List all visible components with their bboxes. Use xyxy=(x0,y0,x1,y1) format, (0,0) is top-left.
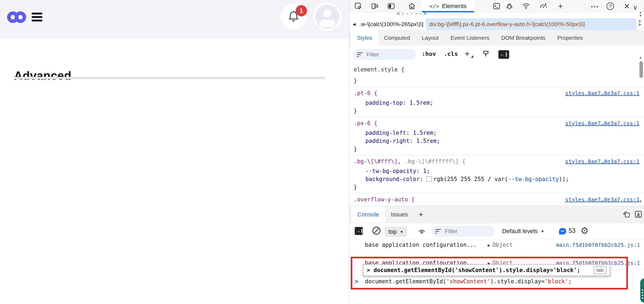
styles-filter-input[interactable] xyxy=(366,51,402,58)
breadcrumb-item-current[interactable]: div.bg-\[\#fff\].px-6.pt-6.overflow-y-au… xyxy=(426,18,636,30)
css-rule-overflow-y-auto[interactable]: .overflow-y-auto { styles.8ae7…8e3a7.css… xyxy=(349,193,644,205)
avatar-body xyxy=(320,20,335,27)
performance-gauge-icon[interactable] xyxy=(539,2,548,10)
page-title: Advanced xyxy=(14,69,71,82)
pseudo-state-toggle[interactable]: :hov xyxy=(422,50,436,57)
messages-bubble-icon[interactable] xyxy=(559,228,566,234)
caret-down-icon: ▼ xyxy=(400,230,404,234)
css-variable-link[interactable]: --tw-bg-opacity xyxy=(508,176,559,182)
stylesheet-link[interactable]: styles.8ae7…8e3a7.css:1 xyxy=(565,196,639,204)
tab-computed[interactable]: Computed xyxy=(378,30,416,46)
new-style-rule-icon[interactable]: + xyxy=(465,49,470,59)
css-rule-element-style[interactable]: element.style { } xyxy=(349,63,644,87)
execution-context-select[interactable]: top ▼ xyxy=(385,227,407,237)
styles-sidebar-tabs: Styles Computed Layout Event Listeners D… xyxy=(349,30,644,46)
stylesheet-link[interactable]: styles.8ae7…8e3a7.css:1 xyxy=(565,119,639,127)
filter-icon xyxy=(357,52,363,57)
styles-scroll-up-icon[interactable]: ▲ xyxy=(639,56,642,59)
elements-breadcrumb: ◀ .w-\[calc\(100\%-265px\)\] div.bg-\[\#… xyxy=(349,18,644,30)
device-toolbar-icon[interactable] xyxy=(370,2,379,10)
styles-filter-pill xyxy=(353,49,416,60)
app-header: 1 xyxy=(0,0,349,39)
css-rule-px-6[interactable]: .px-6 { styles.8ae7…8e3a7.css:1 padding-… xyxy=(349,117,644,155)
title-divider xyxy=(14,77,326,79)
live-expression-eye-icon[interactable] xyxy=(417,227,426,236)
stylesheet-link[interactable]: styles.8ae7…8e3a7.css:1 xyxy=(565,89,639,97)
breadcrumb-item-prev[interactable]: .w-\[calc\(100\%-265px\)\] xyxy=(359,18,426,30)
breadcrumb-back-icon[interactable]: ◀ xyxy=(349,18,359,30)
object-expander[interactable]: ▶Object xyxy=(488,242,513,248)
console-sidebar-icon[interactable]: → xyxy=(355,227,363,235)
styles-filter-row: :hov .cls + ← xyxy=(349,46,644,63)
code-icon: </> xyxy=(430,3,439,9)
breadcrumb-scroll-right-icon[interactable]: ▶ xyxy=(639,19,642,23)
debugger-bug-icon[interactable] xyxy=(505,2,514,10)
avatar-head xyxy=(323,9,331,17)
source-link[interactable]: main.f5d1b0f0fbb2cb25.js:1 xyxy=(556,242,640,248)
console-prompt-icon: > xyxy=(355,278,358,285)
tab-issues[interactable]: Issues xyxy=(385,206,414,223)
computed-pane-toggle-icon[interactable]: ← xyxy=(498,50,509,59)
tab-dom-breakpoints[interactable]: DOM Breakpoints xyxy=(495,30,552,46)
new-rule-caret xyxy=(471,55,473,58)
styles-rules-list: element.style { } .pt-6 { styles.8ae7…8e… xyxy=(349,63,644,206)
console-panel-icon[interactable] xyxy=(492,2,501,10)
help-icon[interactable]: ? xyxy=(606,2,615,10)
network-wifi-icon[interactable] xyxy=(521,2,531,10)
stylesheet-link[interactable]: styles.8ae7…8e3a7.css:1 xyxy=(565,157,639,165)
dock-side-icon[interactable] xyxy=(387,2,396,10)
tab-console[interactable]: Console xyxy=(351,206,385,223)
home-icon[interactable] xyxy=(407,2,416,10)
tab-properties[interactable]: Properties xyxy=(552,30,589,46)
console-input-line[interactable]: > document.getElementById('showContent')… xyxy=(349,277,644,288)
message-count: 53 xyxy=(569,227,576,234)
add-drawer-tab-icon[interactable]: + xyxy=(414,206,428,223)
styles-scroll-down-icon[interactable]: ▼ xyxy=(639,200,642,203)
tab-key-hint: tab xyxy=(594,266,606,274)
color-swatch[interactable] xyxy=(427,176,432,182)
collapse-drawer-icon[interactable] xyxy=(634,210,643,219)
inspect-element-icon[interactable] xyxy=(354,2,363,10)
more-options-icon[interactable]: ⋯ xyxy=(590,2,599,10)
widget-dots xyxy=(641,289,644,300)
devtools-panel: </> Elements xyxy=(349,0,644,304)
log-levels-select[interactable]: Default levels ▼ xyxy=(502,223,544,239)
styles-scrollbar-thumb[interactable] xyxy=(639,61,643,78)
tab-layout[interactable]: Layout xyxy=(416,30,445,46)
tab-elements[interactable]: </> Elements xyxy=(422,0,474,12)
tab-styles[interactable]: Styles xyxy=(351,30,378,46)
scroll-down-icon[interactable]: ▼ xyxy=(639,14,642,17)
console-drawer-tabs: Console Issues + xyxy=(349,206,644,223)
comment-node[interactable]: <!----> xyxy=(397,12,428,17)
floating-widget[interactable] xyxy=(639,277,644,304)
caret-down-icon: ▼ xyxy=(541,229,544,233)
filter-icon xyxy=(435,229,441,234)
console-log-row[interactable]: base application configuration... ▶Objec… xyxy=(349,239,644,251)
css-rule-bg-fff[interactable]: .bg-\[\#fff\], .bg-\[\#ffffff\] { styles… xyxy=(349,155,644,193)
css-rule-pt-6[interactable]: .pt-6 { styles.8ae7…8e3a7.css:1 padding-… xyxy=(349,87,644,117)
class-toggle[interactable]: .cls xyxy=(444,50,458,57)
console-settings-gear-icon[interactable]: ⚙ xyxy=(580,225,589,236)
rendering-brush-icon[interactable] xyxy=(481,49,490,58)
elements-tab-label: Elements xyxy=(442,3,467,10)
close-devtools-icon[interactable]: ✕ xyxy=(622,2,631,10)
avatar[interactable] xyxy=(313,3,341,31)
console-toolbar: → top ▼ Default levels ▼ 53 ⚙ xyxy=(349,223,644,239)
console-filter-input[interactable] xyxy=(444,228,480,235)
toolbar-separator xyxy=(400,2,400,10)
infinity-logo-icon[interactable] xyxy=(6,10,27,24)
notification-badge: 1 xyxy=(296,5,307,16)
notifications-button[interactable]: 1 xyxy=(281,3,306,29)
new-tab-plus-icon[interactable]: + xyxy=(556,2,565,10)
devtools-toolbar: </> Elements xyxy=(349,0,644,12)
triangle-right-icon: ▶ xyxy=(488,243,490,248)
chevron-down-icon[interactable]: ∨ xyxy=(633,4,638,11)
console-autocomplete-popup[interactable]: > document.getElementById('showContent')… xyxy=(363,264,610,276)
tab-event-listeners[interactable]: Event Listeners xyxy=(445,30,495,46)
console-filter-pill xyxy=(431,226,495,237)
toolbar-separator xyxy=(585,2,586,10)
expand-quickview-icon[interactable] xyxy=(622,210,631,219)
elements-tree-sliver: <!----> xyxy=(349,12,636,18)
clear-console-icon[interactable] xyxy=(372,227,380,235)
hamburger-menu-icon[interactable] xyxy=(32,13,42,23)
